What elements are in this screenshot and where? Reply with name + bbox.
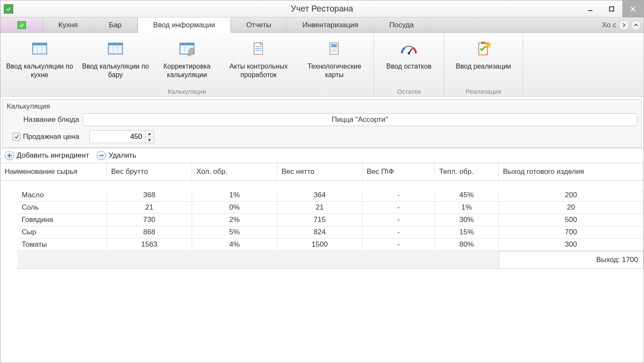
cell-cold[interactable]: 4% [192, 239, 277, 251]
summary-row: Выход: 1700 [17, 251, 644, 269]
ribbon-acts-button[interactable]: Акты контрольных проработок [221, 35, 296, 82]
cell-net[interactable]: 824 [277, 226, 362, 239]
table-row[interactable]: Томаты15634%1500-80%300 [17, 239, 644, 251]
col-pf[interactable]: Вес П\Ф [362, 163, 435, 180]
output-total: Выход: 1700 [499, 251, 644, 269]
table-row[interactable]: Говядина7302%715-30%500 [17, 214, 644, 226]
cell-pf[interactable]: - [362, 189, 435, 202]
cell-out[interactable]: 20 [499, 202, 644, 214]
cell-net[interactable]: 1500 [277, 239, 362, 251]
ribbon-group-remains: Ввод остатков Остатки [374, 33, 444, 96]
cell-heat[interactable]: 15% [435, 226, 499, 239]
col-name[interactable]: Наименование сырья [0, 163, 107, 180]
ribbon-remains-input-button[interactable]: Ввод остатков [376, 35, 442, 74]
dish-name-label: Название блюда [7, 115, 79, 124]
table-row[interactable]: Сыр8685%824-15%700 [17, 226, 644, 239]
ribbon-group-label: Калькуляция [2, 87, 372, 95]
cell-name[interactable]: Томаты [17, 239, 107, 251]
ribbon-group-label: Остатки [376, 87, 442, 95]
clipboard-star-icon [473, 38, 494, 59]
svg-rect-12 [109, 43, 123, 46]
table-row[interactable]: Соль210%21-1%20 [17, 202, 644, 214]
cell-gross[interactable]: 868 [107, 226, 192, 239]
cell-pf[interactable]: - [362, 202, 435, 214]
ribbon-realization-input-button[interactable]: Ввод реализации [446, 35, 521, 74]
cell-cold[interactable]: 0% [192, 202, 277, 214]
chevron-right-icon [622, 23, 626, 27]
ribbon-calc-correct-button[interactable]: Корректировка калькуляции [154, 35, 220, 82]
cell-net[interactable]: 715 [277, 214, 362, 226]
cell-heat[interactable]: 45% [435, 189, 499, 202]
cell-gross[interactable]: 368 [107, 189, 192, 202]
document-lines-icon [248, 38, 269, 59]
svg-rect-34 [481, 42, 485, 44]
cell-heat[interactable]: 80% [435, 239, 499, 251]
col-gross[interactable]: Вес брутто [107, 163, 192, 180]
maximize-button[interactable] [601, 0, 622, 17]
tab-kitchen[interactable]: Кухня [43, 17, 94, 32]
cell-name[interactable]: Говядина [17, 214, 107, 226]
cell-out[interactable]: 200 [499, 189, 644, 202]
spinner-up-button[interactable]: ▲ [145, 131, 154, 137]
cell-gross[interactable]: 730 [107, 214, 192, 226]
add-ingredient-label: Добавить ингридиент [17, 151, 89, 160]
cell-net[interactable]: 21 [277, 202, 362, 214]
dish-name-input[interactable] [83, 113, 637, 126]
tab-scroll-right-button[interactable] [619, 20, 629, 30]
cell-net[interactable]: 364 [277, 189, 362, 202]
titlebar: Учет Ресторана [0, 0, 644, 17]
sale-price-checkbox[interactable] [13, 133, 20, 141]
document-page-icon [324, 38, 345, 59]
cell-heat[interactable]: 30% [435, 214, 499, 226]
minimize-button[interactable] [580, 0, 601, 17]
table-row[interactable]: Масло3681%364-45%200 [17, 189, 644, 202]
ribbon-button-label: Ввод калькуляции по бару [80, 62, 151, 79]
cell-name[interactable]: Сыр [17, 226, 107, 239]
cell-pf[interactable]: - [362, 226, 435, 239]
tab-bar[interactable]: Бар [94, 17, 138, 32]
svg-point-32 [408, 52, 410, 55]
cell-name[interactable]: Масло [17, 189, 107, 202]
spinner-down-button[interactable]: ▼ [145, 137, 154, 143]
col-net[interactable]: Вес нетто [277, 163, 362, 180]
tab-inventory[interactable]: Инвентаризация [287, 17, 374, 32]
cell-cold[interactable]: 2% [192, 214, 277, 226]
table-header: Наименование сырья Вес брутто Хол. обр. … [0, 163, 644, 181]
gauge-icon [399, 38, 419, 59]
app-icon [4, 4, 13, 14]
cell-out[interactable]: 700 [499, 226, 644, 239]
sale-price-spinner[interactable]: ▲ ▼ [89, 130, 154, 143]
sale-price-input[interactable] [89, 130, 145, 143]
cell-cold[interactable]: 1% [192, 189, 277, 202]
col-cold[interactable]: Хол. обр. [192, 163, 277, 180]
ribbon-calc-bar-button[interactable]: Ввод калькуляции по бару [78, 35, 153, 82]
delete-ingredient-label: Удалить [109, 151, 136, 160]
col-out[interactable]: Выход готового изделия [499, 163, 644, 180]
home-tab[interactable] [0, 17, 43, 32]
cell-cold[interactable]: 5% [192, 226, 277, 239]
cell-pf[interactable]: - [362, 239, 435, 251]
cell-gross[interactable]: 21 [107, 202, 192, 214]
tab-input-info[interactable]: Ввод информации [138, 17, 231, 33]
add-ingredient-button[interactable]: Добавить ингридиент [5, 151, 89, 160]
delete-ingredient-button[interactable]: Удалить [97, 151, 136, 160]
svg-rect-5 [33, 43, 47, 46]
cell-gross[interactable]: 1563 [107, 239, 192, 251]
minus-icon [97, 151, 106, 160]
cell-heat[interactable]: 1% [435, 202, 499, 214]
cell-name[interactable]: Соль [17, 202, 107, 214]
ribbon-techcards-button[interactable]: Технологические карты [297, 35, 372, 82]
col-heat[interactable]: Тепл. обр. [435, 163, 499, 180]
collapse-ribbon-button[interactable] [631, 20, 641, 30]
grid-icon [105, 38, 126, 59]
close-button[interactable] [622, 0, 644, 17]
ribbon-button-label: Ввод калькуляции по кухне [4, 62, 75, 79]
cell-out[interactable]: 500 [499, 214, 644, 226]
cell-out[interactable]: 300 [499, 239, 644, 251]
tab-reports[interactable]: Отчеты [231, 17, 287, 32]
cell-pf[interactable]: - [362, 214, 435, 226]
minimize-icon [587, 6, 593, 12]
tab-dishes[interactable]: Посуда [374, 17, 429, 32]
ribbon-calc-kitchen-button[interactable]: Ввод калькуляции по кухне [2, 35, 77, 82]
svg-rect-19 [180, 43, 194, 46]
